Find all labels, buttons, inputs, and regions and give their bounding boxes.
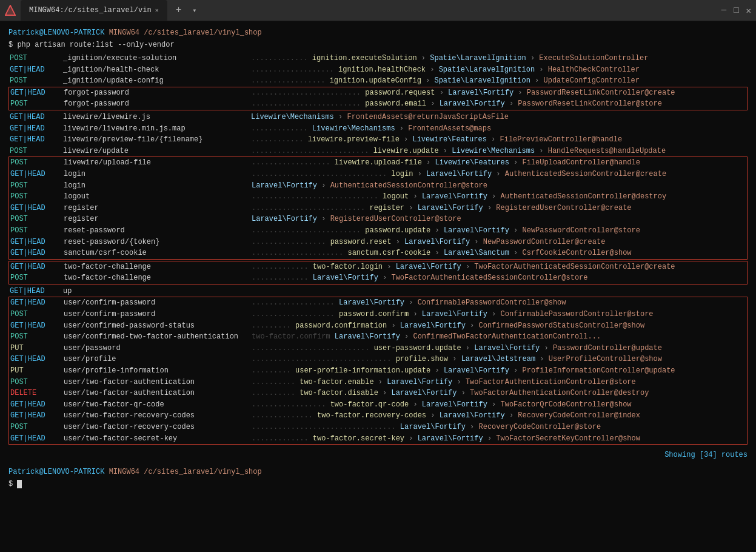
table-row: GET|HEADlivewire/livewire.min.js.map....… (8, 123, 748, 135)
route-arrow: › (374, 378, 387, 386)
route-dots: two-factor.confirm (252, 332, 330, 341)
route-namespace: Laravel\Fortify (335, 332, 400, 341)
route-arrow: › (461, 344, 475, 352)
route-namespace: Laravel\Fortify (400, 321, 466, 330)
route-namespace: Spatie\LaravelIgnition (434, 76, 530, 85)
route-detail: ............. two-factor.login › Laravel… (252, 261, 746, 273)
route-name: ignition.healthCheck (338, 66, 426, 74)
route-namespace: Livewire\Features (435, 158, 509, 167)
route-arrow: › (409, 192, 422, 201)
route-method: GET|HEAD (10, 320, 64, 332)
route-method: GET|HEAD (10, 237, 64, 248)
route-controller: TwoFactorAuthenticationController@destro… (470, 389, 649, 397)
route-controller: ProfileInformationController@update (523, 366, 675, 375)
route-controller: HandleRequests@handleUpdate (548, 147, 666, 155)
route-dots: ............. (252, 274, 309, 282)
minimize-button[interactable]: ─ (721, 5, 726, 16)
route-detail: ............. two-factor.secret-key › La… (252, 433, 746, 445)
maximize-button[interactable]: □ (734, 5, 738, 16)
table-row: GET|HEADsanctum/csrf-cookie.............… (9, 247, 747, 259)
route-detail: ................. ignition.updateConfig … (251, 75, 746, 87)
route-controller: FrontendAssets@maps (408, 124, 491, 133)
route-detail: Livewire\Mechanisms › FrontendAssets@ret… (251, 112, 746, 123)
route-detail (251, 286, 746, 297)
route-path: user/confirmed-two-factor-authentication (64, 331, 252, 343)
route-name: two-factor.qr-code (330, 400, 409, 409)
footer-text: Showing [34] routes (664, 451, 748, 459)
terminal-cursor (17, 480, 22, 488)
terminal-tab[interactable]: MINGW64:/c/sites_laravel/vin ✕ (21, 0, 167, 21)
route-namespace: Laravel\Fortify (474, 344, 540, 352)
route-name: register (369, 204, 404, 212)
route-arrow: › (378, 389, 392, 397)
new-tab-button[interactable]: + (172, 5, 186, 16)
route-controller: UserProfileController@show (549, 355, 662, 363)
route-method: PUT (10, 343, 64, 354)
route-controller: ConfirmedPasswordStatusController@show (479, 321, 645, 330)
table-row: POST_ignition/update-config.............… (8, 75, 748, 87)
route-method: POST (10, 422, 64, 433)
route-controller: HealthCheckController (548, 66, 640, 74)
route-path: login (64, 180, 252, 192)
route-namespace: Laravel\Fortify (252, 215, 317, 223)
route-arrow: › (426, 99, 440, 108)
route-path: forgot-password (64, 98, 252, 110)
prompt-user-2: Patrick@LENOVO-PATRICK (8, 468, 104, 476)
route-name: profile.show (396, 355, 448, 363)
route-path: _ignition/update-config (63, 75, 251, 87)
route-detail: ................... ignition.healthCheck… (251, 64, 746, 76)
route-detail: ......................... password.updat… (252, 225, 746, 237)
window-controls: ─ □ ✕ (721, 5, 751, 16)
tab-dropdown-icon[interactable]: ▾ (190, 6, 199, 15)
route-dots: ............. (251, 124, 308, 133)
route-controller: ConfirmablePasswordController@store (501, 310, 654, 318)
route-namespace: Laravel\Fortify (440, 411, 505, 420)
route-method: GET|HEAD (10, 354, 64, 365)
route-path: forgot-password (64, 87, 252, 99)
route-name: password.confirm (339, 310, 409, 318)
route-controller: FrontendAssets@returnJavaScriptAsFile (347, 113, 508, 121)
table-row: POSTregisterLaravel\Fortify › Registered… (9, 214, 747, 225)
table-row: GET|HEADup (8, 286, 748, 297)
route-namespace: Spatie\LaravelIgnition (430, 54, 526, 62)
route-namespace: Laravel\Fortify (422, 400, 487, 409)
route-dots: ................... (251, 66, 334, 74)
route-path: register (64, 203, 252, 214)
route-arrow: › (404, 204, 418, 212)
route-name: password.update (365, 226, 430, 235)
route-detail: ............. Livewire\Mechanisms › Fron… (251, 123, 746, 135)
highlight-section-3: GET|HEADtwo-factor-challenge............… (8, 261, 748, 284)
route-controller: CsrfCookieController@show (523, 249, 632, 257)
route-method: GET|HEAD (10, 297, 64, 309)
route-path: user/two-factor-recovery-codes (64, 422, 252, 433)
route-detail: ......................... password.reque… (252, 87, 746, 99)
route-method: GET|HEAD (10, 169, 64, 180)
route-dots: .......... (252, 389, 295, 397)
route-dots: ..................... (252, 249, 343, 257)
route-detail: ............................... login › … (252, 169, 746, 180)
route-detail: Laravel\Fortify › RegisteredUserControll… (252, 214, 746, 225)
terminal-body[interactable]: Patrick@LENOVO-PATRICK MINGW64 /c/sites_… (0, 21, 756, 552)
route-method: GET|HEAD (10, 112, 63, 123)
close-button[interactable]: ✕ (746, 5, 751, 16)
route-path: livewire/livewire.js (63, 112, 251, 123)
route-method: POST (10, 331, 64, 343)
route-arrow: › (422, 158, 435, 167)
route-arrow: › (413, 170, 426, 178)
table-row: POSTuser/two-factor-recovery-codes......… (9, 422, 747, 433)
route-controller: FilePreviewController@handle (500, 135, 623, 144)
route-namespace: Laravel\Fortify (418, 204, 483, 212)
route-path: login (64, 169, 252, 180)
tab-close-icon[interactable]: ✕ (155, 7, 159, 14)
route-path: register (64, 214, 252, 225)
route-dots: ........................... (252, 344, 369, 352)
route-path: _ignition/execute-solution (63, 53, 251, 64)
route-name: ignition.updateConfig (330, 76, 421, 85)
route-dots: ............. (251, 54, 308, 62)
route-controller: AuthenticatedSessionController@create (505, 170, 666, 178)
route-detail: ................... Laravel\Fortify › Co… (252, 297, 746, 309)
table-row: POSTuser/confirm-password...............… (9, 309, 747, 320)
route-name: user-profile-information.update (295, 366, 430, 375)
route-method: POST (10, 53, 63, 64)
route-controller: NewPasswordController@create (483, 238, 606, 246)
